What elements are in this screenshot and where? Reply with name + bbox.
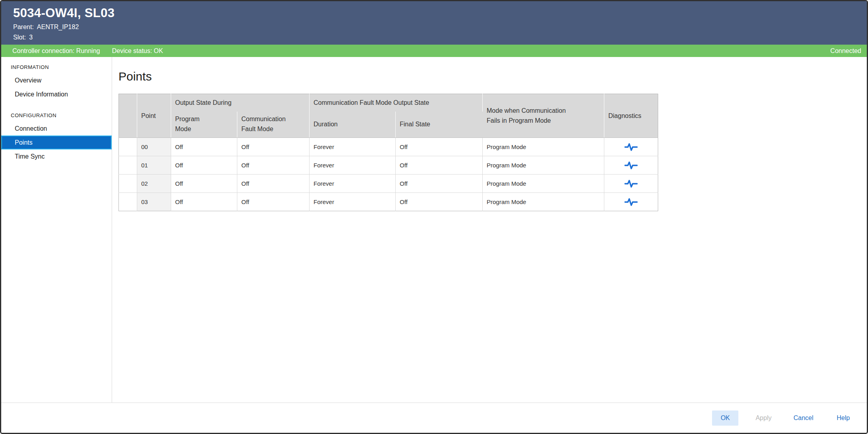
sidebar-section-configuration: CONFIGURATION bbox=[1, 108, 112, 122]
mode-when-comm-fails-cell[interactable]: Program Mode bbox=[483, 193, 604, 211]
diagnostics-button[interactable] bbox=[604, 175, 658, 192]
status-bar: Controller connection: Running Device st… bbox=[1, 45, 867, 57]
comm-fault-mode-cell[interactable]: Off bbox=[237, 156, 310, 175]
parent-label: Parent: bbox=[13, 24, 34, 31]
final-state-cell[interactable]: Off bbox=[396, 175, 483, 193]
column-header-comm-fault-mode: Communication Fault Mode bbox=[237, 112, 310, 138]
controller-connection-status: Controller connection: Running bbox=[12, 47, 100, 55]
program-mode-cell[interactable]: Off bbox=[171, 138, 237, 156]
column-header-point: Point bbox=[137, 94, 171, 138]
help-button[interactable]: Help bbox=[830, 410, 856, 426]
pulse-waveform-icon bbox=[624, 197, 638, 207]
comm-fault-mode-cell[interactable]: Off bbox=[237, 193, 310, 211]
sidebar-nav: INFORMATION Overview Device Information … bbox=[1, 57, 112, 403]
sidebar-item-device-information[interactable]: Device Information bbox=[1, 87, 112, 101]
parent-value: AENTR_IP182 bbox=[37, 24, 79, 31]
titlebar: 5034-OW4I, SL03 Parent: AENTR_IP182 Slot… bbox=[1, 1, 867, 45]
program-mode-cell[interactable]: Off bbox=[171, 175, 237, 193]
column-header-row-selector bbox=[119, 94, 137, 138]
point-cell: 01 bbox=[137, 156, 171, 175]
group-header-output-state-during: Output State During bbox=[171, 94, 310, 112]
duration-cell[interactable]: Forever bbox=[310, 138, 396, 156]
sidebar-section-information: INFORMATION bbox=[1, 59, 112, 73]
column-header-duration: Duration bbox=[310, 112, 396, 138]
mode-when-comm-fails-cell[interactable]: Program Mode bbox=[483, 138, 604, 156]
sidebar-item-overview[interactable]: Overview bbox=[1, 73, 112, 87]
points-table-body: 00 Off Off Forever Off Program Mode 01 O… bbox=[119, 138, 658, 211]
column-header-final-state: Final State bbox=[396, 112, 483, 138]
duration-cell[interactable]: Forever bbox=[310, 193, 396, 211]
slot-line: Slot: 3 bbox=[13, 34, 867, 41]
program-mode-cell[interactable]: Off bbox=[171, 193, 237, 211]
group-header-comm-fault-mode-output-state: Communication Fault Mode Output State bbox=[310, 94, 483, 112]
final-state-cell[interactable]: Off bbox=[396, 193, 483, 211]
slot-label: Slot: bbox=[13, 34, 26, 41]
page-title: Points bbox=[118, 70, 867, 83]
diagnostics-button[interactable] bbox=[604, 156, 658, 174]
column-header-program-mode: Program Mode bbox=[171, 112, 237, 138]
diagnostics-button[interactable] bbox=[604, 193, 658, 211]
sidebar-item-connection[interactable]: Connection bbox=[1, 122, 112, 136]
sidebar-item-points[interactable]: Points bbox=[1, 136, 112, 149]
column-header-diagnostics: Diagnostics bbox=[604, 94, 658, 138]
table-row: 03 Off Off Forever Off Program Mode bbox=[119, 193, 658, 211]
final-state-cell[interactable]: Off bbox=[396, 156, 483, 175]
sidebar-item-time-sync[interactable]: Time Sync bbox=[1, 149, 112, 163]
column-header-mode-when-comm-fails: Mode when Communication Fails in Program… bbox=[483, 94, 604, 138]
diagnostics-button[interactable] bbox=[604, 138, 658, 156]
cancel-button[interactable]: Cancel bbox=[789, 410, 818, 426]
duration-cell[interactable]: Forever bbox=[310, 175, 396, 193]
window-title: 5034-OW4I, SL03 bbox=[13, 6, 867, 20]
table-row: 01 Off Off Forever Off Program Mode bbox=[119, 156, 658, 175]
comm-fault-mode-cell[interactable]: Off bbox=[237, 175, 310, 193]
point-cell: 02 bbox=[137, 175, 171, 193]
row-selector-cell[interactable] bbox=[119, 193, 137, 211]
module-properties-window: 5034-OW4I, SL03 Parent: AENTR_IP182 Slot… bbox=[0, 0, 868, 434]
program-mode-cell[interactable]: Off bbox=[171, 156, 237, 175]
comm-fault-mode-cell[interactable]: Off bbox=[237, 138, 310, 156]
connection-badge: Connected bbox=[831, 47, 861, 55]
point-cell: 03 bbox=[137, 193, 171, 211]
points-table: Point Output State During Communication … bbox=[118, 94, 658, 211]
pulse-waveform-icon bbox=[624, 179, 638, 189]
mode-when-comm-fails-cell[interactable]: Program Mode bbox=[483, 175, 604, 193]
device-status: Device status: OK bbox=[112, 47, 163, 55]
pulse-waveform-icon bbox=[624, 142, 638, 152]
ok-button[interactable]: OK bbox=[712, 410, 738, 426]
duration-cell[interactable]: Forever bbox=[310, 156, 396, 175]
pulse-waveform-icon bbox=[624, 161, 638, 170]
apply-button[interactable]: Apply bbox=[750, 410, 777, 426]
table-row: 00 Off Off Forever Off Program Mode bbox=[119, 138, 658, 156]
mode-when-comm-fails-cell[interactable]: Program Mode bbox=[483, 156, 604, 175]
row-selector-cell[interactable] bbox=[119, 156, 137, 175]
row-selector-cell[interactable] bbox=[119, 138, 137, 156]
point-cell: 00 bbox=[137, 138, 171, 156]
row-selector-cell[interactable] bbox=[119, 175, 137, 193]
final-state-cell[interactable]: Off bbox=[396, 138, 483, 156]
table-row: 02 Off Off Forever Off Program Mode bbox=[119, 175, 658, 193]
parent-line: Parent: AENTR_IP182 bbox=[13, 24, 867, 31]
points-page: Points Point Output State During Communi… bbox=[112, 57, 867, 403]
footer-button-bar: OK Apply Cancel Help bbox=[1, 403, 867, 433]
slot-value: 3 bbox=[29, 34, 33, 41]
